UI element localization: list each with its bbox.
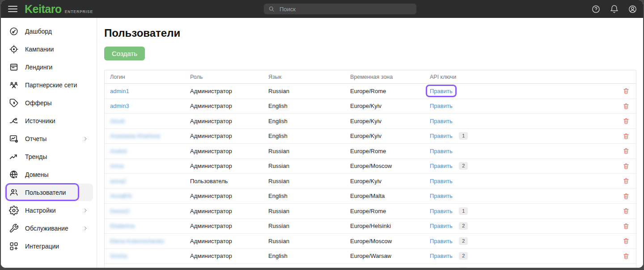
delete-user-icon[interactable] <box>623 87 630 94</box>
sidebar-item-campaigns[interactable]: Кампании <box>4 40 93 58</box>
edit-api-keys-link[interactable]: Править <box>430 238 453 244</box>
user-timezone: Europe/Kyiv <box>345 133 424 139</box>
table-row: AnnaEN Администратор English Europe/Malt… <box>105 189 636 204</box>
integrations-icon <box>9 241 19 251</box>
user-login-link[interactable]: Elena Kolesnichenko <box>110 238 164 244</box>
table-row: admin3 Администратор English Europe/Kyiv… <box>105 99 636 114</box>
column-header: Язык <box>263 74 345 80</box>
delete-user-icon[interactable] <box>623 133 630 140</box>
user-login-link[interactable]: Anna <box>110 163 123 169</box>
column-header: Логин <box>105 74 185 80</box>
user-role: Администратор <box>185 133 263 139</box>
user-role: Администратор <box>185 88 263 94</box>
user-login-link[interactable]: Anastasia Kharlova <box>110 133 160 139</box>
global-search[interactable] <box>264 4 416 14</box>
edit-api-keys-link[interactable]: Править <box>430 118 453 124</box>
campaigns-icon <box>9 44 19 54</box>
page-title: Пользователи <box>104 27 636 39</box>
table-row: Elena Kolesnichenko Администратор Russia… <box>105 234 636 249</box>
sidebar-item-maintenance[interactable]: Обслуживание <box>4 219 93 237</box>
user-role: Администратор <box>185 253 263 259</box>
delete-user-icon[interactable] <box>623 207 630 214</box>
user-login-link[interactable]: AlsuK <box>110 118 125 124</box>
sidebar-item-label: Дашборд <box>25 28 52 35</box>
sidebar-item-users[interactable]: Пользователи <box>4 184 93 201</box>
sidebar-item-integrations[interactable]: Интеграции <box>4 237 93 255</box>
user-login-link[interactable]: admin1 <box>110 88 129 94</box>
delete-user-icon[interactable] <box>623 223 630 230</box>
edit-api-keys-link[interactable]: Править <box>430 208 453 214</box>
table-row: AlsuK Администратор English Europe/Kyiv … <box>105 114 636 129</box>
sidebar-item-landings[interactable]: Лендинги <box>4 58 93 76</box>
edit-api-keys-link[interactable]: Править <box>430 253 453 259</box>
brand-logo: Keitaro ENTERPRISE <box>25 4 93 15</box>
api-keys-count-badge: 1 <box>459 207 468 215</box>
user-login-link[interactable]: AnnaEN <box>110 193 131 199</box>
user-language: Russian <box>263 163 345 169</box>
api-keys-count-badge: 1 <box>459 132 468 140</box>
user-login-link[interactable]: anna2 <box>110 178 126 184</box>
notifications-bell-icon[interactable] <box>610 4 619 14</box>
user-timezone: Europe/Kyiv <box>345 118 424 124</box>
account-icon[interactable] <box>628 4 637 14</box>
user-timezone: Europe/Kyiv <box>345 178 424 184</box>
sidebar-item-affiliate-networks[interactable]: Партнерские сети <box>4 76 93 94</box>
sidebar-item-trends[interactable]: Тренды <box>4 148 93 165</box>
edit-api-keys-link[interactable]: Править <box>430 163 453 169</box>
user-language: English <box>263 118 345 124</box>
user-language: Russian <box>263 238 345 244</box>
edit-api-keys-link[interactable]: Править <box>430 148 453 154</box>
user-login-link[interactable]: admin3 <box>110 103 129 109</box>
user-timezone: Europe/Rome <box>345 148 424 154</box>
sidebar-item-label: Настройки <box>25 207 56 214</box>
delete-user-icon[interactable] <box>623 147 630 154</box>
sidebar-item-offers[interactable]: Офферы <box>4 94 93 111</box>
delete-user-icon[interactable] <box>623 267 630 268</box>
edit-api-keys-link[interactable]: Править <box>430 103 453 109</box>
edit-api-keys-link[interactable]: Править <box>430 223 453 229</box>
delete-user-icon[interactable] <box>623 193 630 200</box>
delete-user-icon[interactable] <box>623 237 630 244</box>
delete-user-icon[interactable] <box>623 253 630 260</box>
sidebar-item-label: Офферы <box>25 99 52 107</box>
sidebar-item-reports[interactable]: Отчеты <box>4 130 93 147</box>
edit-api-keys-link[interactable]: Править <box>430 178 453 184</box>
delete-user-icon[interactable] <box>623 163 630 170</box>
user-timezone: Europe/Moscow <box>345 163 424 169</box>
api-keys-count-badge: 2 <box>459 222 468 230</box>
sidebar-item-sources[interactable]: Источники <box>4 112 93 129</box>
user-timezone: Europe/Moscow <box>345 238 424 244</box>
edit-api-keys-link[interactable]: Править <box>430 88 453 94</box>
delete-user-icon[interactable] <box>623 177 630 184</box>
help-icon[interactable] <box>591 4 601 14</box>
hamburger-menu-icon[interactable] <box>8 6 17 12</box>
edit-api-keys-link[interactable]: Править <box>430 193 453 199</box>
sidebar-item-label: Пользователи <box>25 189 66 196</box>
sidebar-item-settings[interactable]: Настройки <box>4 201 93 219</box>
table-header-row: ЛогинРольЯзыкВременная зонаAPI ключи <box>105 70 636 84</box>
edit-api-keys-link[interactable]: Править <box>430 133 453 139</box>
sidebar-item-dashboard[interactable]: Дашборд <box>4 22 93 40</box>
settings-icon <box>9 206 19 215</box>
user-role: Администратор <box>185 148 263 154</box>
user-timezone: Europe/Malta <box>345 193 424 199</box>
search-input[interactable] <box>279 5 412 13</box>
user-login-link[interactable]: DenisO <box>110 208 129 214</box>
sidebar-item-label: Партнерские сети <box>25 81 77 89</box>
user-language: Russian <box>263 148 345 154</box>
api-keys-count-badge: 1 <box>459 267 468 268</box>
sidebar-item-label: Тренды <box>25 153 47 160</box>
user-role: Администратор <box>185 208 263 214</box>
create-user-button[interactable]: Создать <box>104 47 145 60</box>
trends-icon <box>9 152 19 162</box>
delete-user-icon[interactable] <box>623 103 630 110</box>
user-login-link[interactable]: Andrei <box>110 148 127 154</box>
user-language: English <box>263 103 345 109</box>
user-login-link[interactable]: Ekaterina <box>110 223 135 229</box>
search-icon <box>268 6 275 12</box>
sidebar-item-domains[interactable]: Домены <box>4 166 93 183</box>
column-header: Временная зона <box>345 74 424 80</box>
user-login-link[interactable]: Grisha <box>110 253 127 259</box>
user-timezone: Europe/Rome <box>345 208 424 214</box>
delete-user-icon[interactable] <box>623 117 630 124</box>
